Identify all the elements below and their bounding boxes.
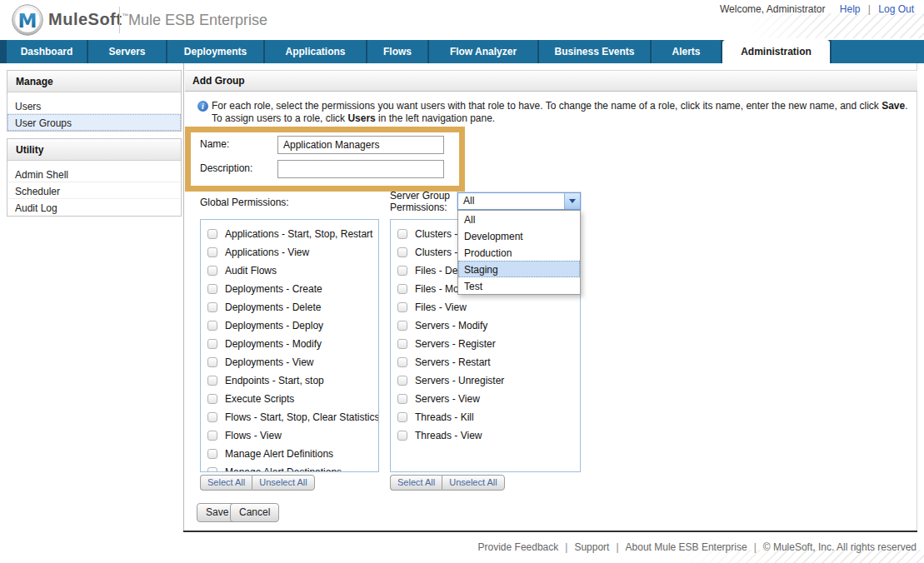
- dropdown-option-all[interactable]: All: [458, 211, 580, 227]
- decorative-diagonal-pattern: [745, 13, 924, 38]
- main-content-panel: Add Group i For each role, select the pe…: [185, 63, 917, 531]
- permission-label: Deployments - View: [225, 356, 314, 368]
- sidebar-utility-items: Admin ShellSchedulerAudit Log: [7, 166, 181, 216]
- permission-label: Applications - Start, Stop, Restart: [225, 228, 372, 240]
- server-group-select[interactable]: All: [457, 192, 581, 210]
- server-group-select-value: All: [458, 193, 564, 209]
- checkbox-icon[interactable]: [397, 266, 407, 276]
- checkbox-icon[interactable]: [207, 467, 217, 472]
- checkbox-icon[interactable]: [397, 321, 407, 331]
- footer-link-support[interactable]: Support: [574, 541, 609, 553]
- dropdown-option-production[interactable]: Production: [458, 244, 580, 261]
- permission-label: Threads - Kill: [415, 411, 474, 423]
- mule-esb-admin-console: M MuleSoft™ Mule ESB Enterprise Welcome,…: [0, 0, 924, 563]
- help-link[interactable]: Help: [840, 3, 861, 15]
- tab-strip: DashboardServersDeploymentsApplicationsF…: [0, 40, 924, 63]
- info-icon: i: [197, 101, 208, 112]
- mulesoft-logo-icon: M: [12, 4, 43, 38]
- checkbox-icon[interactable]: [397, 412, 407, 422]
- footer-link-provide-feedback[interactable]: Provide Feedback: [478, 541, 559, 553]
- permission-label: Threads - View: [415, 430, 482, 441]
- permission-label: Deployments - Deploy: [225, 320, 323, 331]
- permission-label: Clusters -: [415, 228, 457, 240]
- tab-administration[interactable]: Administration: [722, 40, 830, 63]
- checkbox-icon[interactable]: [207, 229, 217, 239]
- sidebar-section-title-utility: Utility: [7, 139, 181, 161]
- checkbox-icon[interactable]: [397, 284, 407, 294]
- checkbox-icon[interactable]: [397, 302, 407, 312]
- logout-link[interactable]: Log Out: [878, 3, 914, 15]
- server-group-dropdown-list: AllDevelopmentProductionStagingTest: [457, 210, 581, 295]
- page-title-bar: Add Group: [185, 70, 917, 92]
- global-permissions-label: Global Permissions:: [200, 197, 289, 208]
- checkbox-icon[interactable]: [397, 357, 407, 367]
- permission-label: Servers - Restart: [415, 356, 491, 368]
- dropdown-button[interactable]: [564, 193, 580, 209]
- global-permission-row: Execute Scripts: [201, 390, 378, 408]
- tab-deployments[interactable]: Deployments: [167, 40, 263, 63]
- info-text: For each role, select the permissions yo…: [212, 100, 913, 125]
- sidebar-item-admin-shell[interactable]: Admin Shell: [7, 166, 181, 182]
- tab-flows[interactable]: Flows: [367, 40, 427, 63]
- tab-alerts[interactable]: Alerts: [652, 40, 721, 63]
- permission-label: Deployments - Delete: [225, 301, 321, 313]
- permission-label: Servers - Unregister: [415, 375, 504, 386]
- checkbox-icon[interactable]: [207, 302, 217, 312]
- description-field[interactable]: [277, 160, 444, 178]
- tab-applications[interactable]: Applications: [265, 40, 366, 63]
- sidebar-item-scheduler[interactable]: Scheduler: [7, 182, 181, 199]
- tab-business-events[interactable]: Business Events: [539, 40, 650, 63]
- checkbox-icon[interactable]: [397, 339, 407, 349]
- server-permission-row: Servers - Unregister: [391, 371, 580, 390]
- checkbox-icon[interactable]: [207, 431, 217, 441]
- checkbox-icon[interactable]: [397, 229, 407, 239]
- permission-label: Deployments - Modify: [225, 338, 322, 350]
- global-select-all-button[interactable]: Select All: [200, 475, 252, 491]
- server-permission-row: Servers - Restart: [391, 353, 580, 371]
- checkbox-icon[interactable]: [397, 247, 407, 257]
- tab-flow-analyzer[interactable]: Flow Analyzer: [429, 40, 537, 63]
- tab-dashboard[interactable]: Dashboard: [7, 40, 87, 63]
- permission-label: Audit Flows: [225, 265, 277, 277]
- sidebar-manage-box: Manage UsersUser Groups: [7, 70, 182, 132]
- welcome-text: Welcome, Administrator: [720, 3, 826, 15]
- dropdown-option-test[interactable]: Test: [458, 277, 580, 294]
- permission-label: Endpoints - Start, stop: [225, 375, 324, 386]
- permission-label: Applications - View: [225, 247, 309, 258]
- checkbox-icon[interactable]: [207, 284, 217, 294]
- checkbox-icon[interactable]: [207, 247, 217, 257]
- global-unselect-all-button[interactable]: Unselect All: [252, 475, 314, 491]
- dropdown-option-development[interactable]: Development: [458, 227, 580, 244]
- sidebar-item-users[interactable]: Users: [7, 97, 181, 114]
- permission-label: Flows - Start, Stop, Clear Statistics: [225, 411, 379, 423]
- footer: Provide Feedback|Support|About Mule ESB …: [478, 541, 917, 553]
- server-select-all-button[interactable]: Select All: [390, 475, 442, 491]
- checkbox-icon[interactable]: [397, 376, 407, 386]
- checkbox-icon[interactable]: [207, 449, 217, 459]
- sidebar-item-user-groups[interactable]: User Groups: [7, 114, 181, 131]
- permission-label: Manage Alert Destinations: [225, 466, 342, 472]
- checkbox-icon[interactable]: [207, 412, 217, 422]
- tab-servers[interactable]: Servers: [88, 40, 166, 63]
- cancel-button[interactable]: Cancel: [230, 503, 279, 522]
- checkbox-icon[interactable]: [207, 394, 217, 404]
- footer-separator: |: [754, 541, 757, 553]
- link-separator: |: [868, 3, 871, 15]
- checkbox-icon[interactable]: [207, 321, 217, 331]
- sidebar-item-audit-log[interactable]: Audit Log: [7, 199, 181, 216]
- footer-link-about-mule-esb-enterprise[interactable]: About Mule ESB Enterprise: [626, 541, 747, 553]
- page-title: Add Group: [185, 71, 917, 91]
- checkbox-icon[interactable]: [397, 431, 407, 441]
- checkbox-icon[interactable]: [397, 394, 407, 404]
- footer-separator: |: [616, 541, 618, 553]
- checkbox-icon[interactable]: [207, 376, 217, 386]
- main-navigation-bar: DashboardServersDeploymentsApplicationsF…: [0, 40, 924, 63]
- checkbox-icon[interactable]: [207, 266, 217, 276]
- permission-label: Manage Alert Definitions: [225, 448, 333, 460]
- checkbox-icon[interactable]: [207, 339, 217, 349]
- server-unselect-all-button[interactable]: Unselect All: [442, 475, 504, 491]
- name-field[interactable]: [277, 136, 444, 154]
- checkbox-icon[interactable]: [207, 357, 217, 367]
- dropdown-option-staging[interactable]: Staging: [458, 261, 580, 277]
- permission-label: Servers - Register: [415, 338, 496, 350]
